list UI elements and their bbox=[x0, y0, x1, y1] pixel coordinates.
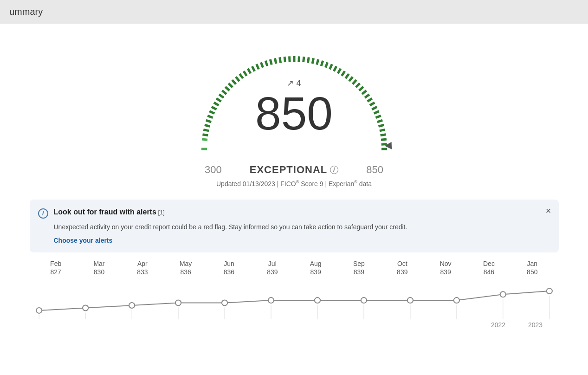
alert-title: Look out for fraud with alerts [1] bbox=[54, 208, 165, 216]
svg-point-68 bbox=[314, 297, 320, 303]
month-label: Feb bbox=[50, 260, 61, 267]
month-col-aug: Aug839 bbox=[294, 260, 337, 278]
score-range-min: 300 bbox=[205, 164, 222, 176]
month-score: 839 bbox=[440, 268, 451, 276]
svg-line-1 bbox=[201, 144, 207, 145]
svg-line-23 bbox=[261, 62, 263, 67]
svg-line-22 bbox=[256, 64, 258, 69]
svg-line-17 bbox=[236, 77, 239, 81]
score-center: ↗ 4 850 bbox=[255, 78, 333, 136]
month-col-jun: Jun836 bbox=[207, 260, 251, 278]
month-col-jul: Jul839 bbox=[251, 260, 294, 278]
svg-line-50 bbox=[369, 103, 374, 105]
svg-line-18 bbox=[239, 74, 243, 78]
svg-point-62 bbox=[36, 308, 42, 313]
score-section: ↗ 4 850 300 EXCEPTIONAL i 850 Updated 01… bbox=[0, 24, 588, 192]
month-score: 846 bbox=[484, 268, 494, 276]
svg-point-65 bbox=[175, 300, 181, 305]
svg-line-33 bbox=[308, 57, 309, 63]
month-label: Nov bbox=[440, 260, 452, 267]
svg-line-41 bbox=[342, 71, 345, 76]
month-score: 839 bbox=[354, 268, 364, 276]
svg-line-40 bbox=[338, 69, 341, 73]
svg-line-52 bbox=[374, 111, 379, 114]
svg-line-14 bbox=[225, 87, 229, 91]
svg-line-7 bbox=[207, 116, 213, 117]
year-2023-label: 2023 bbox=[517, 321, 554, 329]
svg-line-11 bbox=[216, 98, 221, 102]
alert-close-button[interactable]: × bbox=[546, 206, 551, 215]
month-label: Sep bbox=[353, 260, 365, 267]
svg-line-12 bbox=[219, 94, 224, 97]
svg-line-34 bbox=[312, 58, 313, 64]
svg-line-43 bbox=[349, 77, 353, 81]
month-label: May bbox=[180, 260, 192, 267]
alert-link[interactable]: Choose your alerts bbox=[54, 237, 549, 244]
svg-line-51 bbox=[372, 107, 377, 109]
svg-point-64 bbox=[129, 303, 135, 308]
svg-point-69 bbox=[361, 297, 366, 303]
year-labels: 2022 2023 bbox=[30, 321, 559, 329]
svg-line-25 bbox=[270, 59, 271, 65]
score-number: 850 bbox=[255, 90, 333, 136]
month-score: 827 bbox=[50, 268, 61, 276]
summary-label: ummary bbox=[9, 6, 43, 17]
svg-point-67 bbox=[268, 297, 273, 303]
month-col-may: May836 bbox=[164, 260, 207, 278]
svg-line-35 bbox=[317, 59, 318, 65]
svg-line-27 bbox=[279, 57, 280, 63]
svg-line-57 bbox=[380, 135, 386, 136]
chart-months: Feb827Mar830Apr833May836Jun836Jul839Aug8… bbox=[30, 260, 559, 278]
svg-line-28 bbox=[284, 57, 285, 62]
svg-line-44 bbox=[352, 80, 356, 84]
svg-line-4 bbox=[203, 129, 209, 130]
month-label: Mar bbox=[93, 260, 104, 267]
svg-line-55 bbox=[378, 125, 384, 126]
score-change-text: ↗ 4 bbox=[287, 78, 301, 88]
month-label: Oct bbox=[397, 260, 407, 267]
svg-line-56 bbox=[379, 129, 385, 130]
svg-line-24 bbox=[265, 61, 267, 66]
score-range-max: 850 bbox=[366, 164, 383, 176]
chart-line-area bbox=[30, 282, 559, 319]
svg-line-46 bbox=[359, 87, 363, 91]
svg-point-73 bbox=[546, 288, 552, 294]
svg-line-16 bbox=[232, 80, 236, 84]
chart-line-svg bbox=[34, 282, 554, 319]
svg-line-32 bbox=[303, 57, 304, 62]
month-col-apr: Apr833 bbox=[121, 260, 164, 278]
month-label: Jan bbox=[527, 260, 537, 267]
month-label: Jul bbox=[268, 260, 277, 267]
svg-line-2 bbox=[202, 139, 207, 140]
svg-line-38 bbox=[330, 64, 332, 69]
svg-line-49 bbox=[367, 98, 372, 102]
svg-point-72 bbox=[500, 291, 505, 297]
svg-line-37 bbox=[325, 62, 327, 67]
alert-header: i Look out for fraud with alerts [1] bbox=[38, 208, 549, 219]
month-col-mar: Mar830 bbox=[78, 260, 121, 278]
alert-body: Unexpected activity on your credit repor… bbox=[54, 222, 549, 232]
score-status-text: EXCEPTIONAL bbox=[250, 164, 327, 176]
alert-box: i Look out for fraud with alerts [1] × U… bbox=[30, 200, 559, 252]
month-score: 833 bbox=[137, 268, 148, 276]
svg-line-19 bbox=[244, 71, 247, 76]
month-score: 850 bbox=[527, 268, 537, 276]
svg-line-6 bbox=[206, 120, 211, 122]
score-label: EXCEPTIONAL i bbox=[250, 164, 338, 176]
month-col-jan: Jan850 bbox=[510, 260, 554, 278]
info-icon[interactable]: i bbox=[330, 166, 338, 174]
svg-line-15 bbox=[228, 84, 232, 87]
month-score: 839 bbox=[397, 268, 407, 276]
month-score: 830 bbox=[94, 268, 104, 276]
svg-line-20 bbox=[248, 69, 251, 73]
svg-line-21 bbox=[252, 66, 254, 71]
month-score: 836 bbox=[180, 268, 191, 276]
score-range-row: 300 EXCEPTIONAL i 850 bbox=[205, 164, 383, 176]
svg-point-70 bbox=[407, 297, 413, 303]
svg-line-5 bbox=[204, 125, 210, 126]
month-score: 839 bbox=[267, 268, 278, 276]
svg-line-8 bbox=[209, 111, 214, 114]
svg-line-47 bbox=[362, 91, 366, 94]
svg-point-66 bbox=[221, 300, 227, 305]
svg-point-71 bbox=[453, 297, 459, 303]
